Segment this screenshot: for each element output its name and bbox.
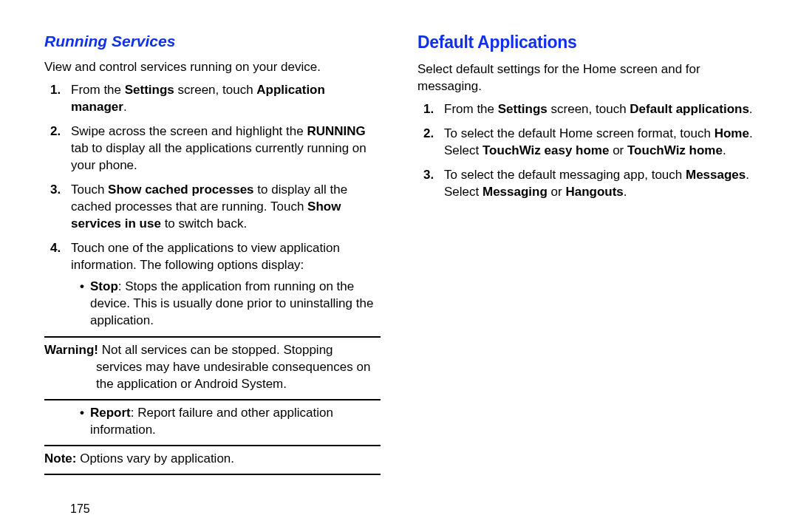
left-column: Running Services View and control servic… [44, 31, 381, 480]
bullet-stop: Stop: Stops the application from running… [80, 279, 381, 330]
page-number: 175 [70, 501, 90, 517]
right-step-2: To select the default Home screen format… [444, 126, 754, 160]
right-intro: Select default settings for the Home scr… [417, 61, 754, 95]
heading-default-applications: Default Applications [417, 31, 754, 54]
heading-running-services: Running Services [44, 31, 381, 52]
right-column: Default Applications Select default sett… [417, 31, 754, 480]
rule-3 [44, 445, 381, 446]
warning-block: Warning! Not all services can be stopped… [44, 342, 381, 393]
left-step4-bullets: Stop: Stops the application from running… [71, 279, 381, 330]
left-intro: View and control services running on you… [44, 59, 381, 76]
rule-1 [44, 336, 381, 338]
left-steps: From the Settings screen, touch Applicat… [50, 82, 381, 329]
left-step-3: Touch Show cached processes to display a… [71, 182, 381, 233]
rule-4 [44, 474, 381, 475]
note-block: Note: Options vary by application. [44, 451, 381, 468]
bullet-report: Report: Report failure and other applica… [80, 405, 381, 439]
left-step-4: Touch one of the applications to view ap… [71, 240, 381, 330]
left-step-2: Swipe across the screen and highlight th… [71, 123, 381, 174]
right-step-1: From the Settings screen, touch Default … [444, 101, 754, 118]
rule-2 [44, 399, 381, 400]
right-step-3: To select the default messaging app, tou… [444, 167, 754, 201]
page-columns: Running Services View and control servic… [44, 31, 754, 480]
left-step-1: From the Settings screen, touch Applicat… [71, 82, 381, 116]
report-bullets: Report: Report failure and other applica… [44, 405, 381, 439]
right-steps: From the Settings screen, touch Default … [423, 101, 754, 201]
